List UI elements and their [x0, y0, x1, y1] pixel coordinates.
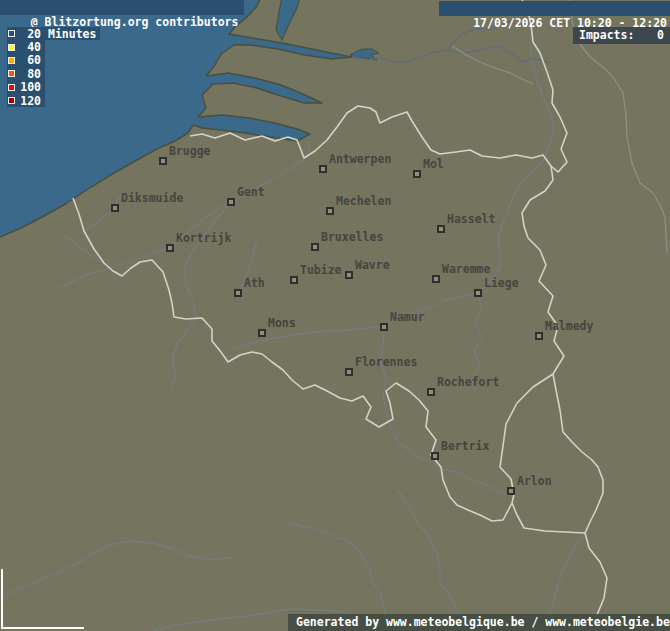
city-marker	[535, 332, 543, 340]
city-label: Bruxelles	[321, 232, 383, 243]
city-label: Namur	[390, 312, 425, 323]
legend-row: 60	[7, 54, 45, 67]
city-marker	[166, 244, 174, 252]
city-marker	[258, 329, 266, 337]
legend-color-swatch	[8, 30, 15, 37]
city-label: Bertrix	[441, 441, 489, 452]
city-label: Gent	[237, 187, 265, 198]
city-marker	[345, 271, 353, 279]
legend-minutes-value: 100	[19, 80, 41, 94]
footer-text: Generated by www.meteobelgique.be / www.…	[296, 615, 670, 630]
legend: 20Minutes406080100120	[7, 27, 100, 107]
legend-minutes-value: 80	[19, 67, 41, 81]
legend-color-swatch	[8, 57, 15, 64]
legend-minutes-value: 60	[19, 53, 41, 67]
impacts-label: Impacts:	[579, 28, 634, 43]
legend-minutes-unit: Minutes	[48, 27, 96, 41]
city-label: Rochefort	[437, 377, 499, 388]
city-marker	[234, 289, 242, 297]
city-marker	[427, 388, 435, 396]
city-label: Arlon	[517, 476, 552, 487]
legend-minutes-value: 120	[19, 94, 41, 108]
city-marker	[227, 198, 235, 206]
impacts-value: 0	[657, 28, 664, 43]
city-marker	[413, 170, 421, 178]
city-layer: BruggeDiksmuideGentKortrijkAntwerpenMech…	[0, 0, 670, 631]
legend-minutes-value: 40	[19, 40, 41, 54]
city-label: Kortrijk	[176, 233, 231, 244]
city-marker	[319, 165, 327, 173]
legend-row: 80	[7, 67, 45, 80]
city-label: Malmedy	[545, 321, 593, 332]
city-marker	[311, 243, 319, 251]
legend-color-swatch	[8, 70, 15, 77]
legend-row: 100	[7, 81, 45, 94]
city-label: Mechelen	[336, 196, 391, 207]
footer-attribution-bar: Generated by www.meteobelgique.be / www.…	[288, 614, 670, 631]
city-label: Florennes	[355, 357, 417, 368]
city-marker	[474, 289, 482, 297]
legend-row: 20Minutes	[7, 27, 100, 40]
legend-color-swatch	[8, 97, 15, 104]
city-label: Waremme	[442, 264, 490, 275]
city-label: Tubize	[300, 265, 342, 276]
city-label: Brugge	[169, 146, 211, 157]
attribution-bar: @ Blitzortung.org contributors	[0, 0, 244, 15]
city-marker	[345, 368, 353, 376]
city-marker	[290, 276, 298, 284]
lightning-map-screen: BruggeDiksmuideGentKortrijkAntwerpenMech…	[0, 0, 670, 631]
city-label: Diksmuide	[121, 193, 183, 204]
impacts-box: Impacts: 0	[573, 27, 670, 44]
city-label: Ath	[244, 278, 265, 289]
legend-row: 120	[7, 94, 45, 107]
legend-row: 40	[7, 40, 45, 53]
legend-minutes-value: 20	[19, 27, 41, 41]
city-label: Mol	[423, 159, 444, 170]
city-marker	[380, 323, 388, 331]
city-label: Antwerpen	[329, 154, 391, 165]
legend-color-swatch	[8, 84, 15, 91]
legend-color-swatch	[8, 44, 15, 51]
city-marker	[111, 204, 119, 212]
city-marker	[431, 452, 439, 460]
city-marker	[159, 157, 167, 165]
city-marker	[507, 487, 515, 495]
city-marker	[437, 225, 445, 233]
city-label: Hasselt	[447, 214, 495, 225]
city-label: Mons	[268, 318, 296, 329]
city-marker	[432, 275, 440, 283]
city-marker	[326, 207, 334, 215]
city-label: Liege	[484, 278, 519, 289]
city-label: Wavre	[355, 260, 390, 271]
datetime-bar: 17/03/2026 CET 10:20 - 12:20	[439, 1, 670, 16]
